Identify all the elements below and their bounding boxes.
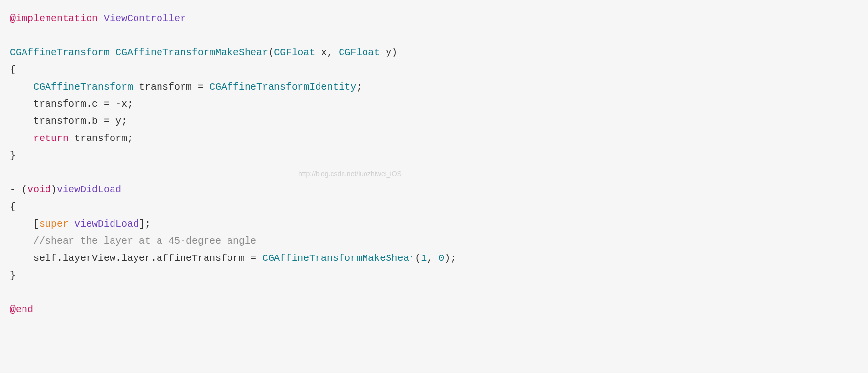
type: CGAffineTransform [33,81,133,93]
indent [10,133,33,144]
text: transform = [133,81,209,93]
function-call: CGAffineTransformMakeShear [262,253,415,264]
brace: } [10,270,16,281]
paren: ) [51,184,57,195]
param-type: CGFloat [339,47,380,58]
method-name: viewDidLoad [57,184,121,195]
param-type: CGFloat [274,47,315,58]
method-call: viewDidLoad [74,218,139,230]
code-line: transform.b = y; [10,116,127,127]
paren: ( [268,47,274,58]
param-name: y) [380,47,397,58]
param-name: x, [315,47,339,58]
number: 1 [421,253,427,264]
comment: //shear the layer at a 45-degree angle [33,235,256,247]
keyword-super: super [39,218,69,230]
keyword-return: return [33,133,69,144]
text: - ( [10,184,27,195]
paren: ); [444,253,456,264]
brace: { [10,64,16,75]
return-type: CGAffineTransform [10,47,110,58]
space [69,218,74,230]
keyword-implementation: @implementation [10,13,98,24]
code-line: transform.c = -x; [10,98,133,110]
paren: ( [415,253,421,264]
indent [10,235,33,247]
brace: { [10,201,16,212]
function-name: CGAffineTransformMakeShear [115,47,268,58]
brace: } [10,150,16,161]
number: 0 [438,253,444,264]
text: ]; [139,218,151,230]
comma: , [427,253,438,264]
text: transform; [69,133,133,144]
indent [10,81,33,93]
keyword-end: @end [10,304,33,315]
indent: [ [10,218,39,230]
text: self.layerView.layer.affineTransform = [10,253,262,264]
class-name: ViewController [104,13,186,24]
identity: CGAffineTransformIdentity [209,81,356,93]
keyword-void: void [27,184,51,195]
semi: ; [356,81,362,93]
code-block: @implementation ViewController CGAffineT… [10,10,858,318]
